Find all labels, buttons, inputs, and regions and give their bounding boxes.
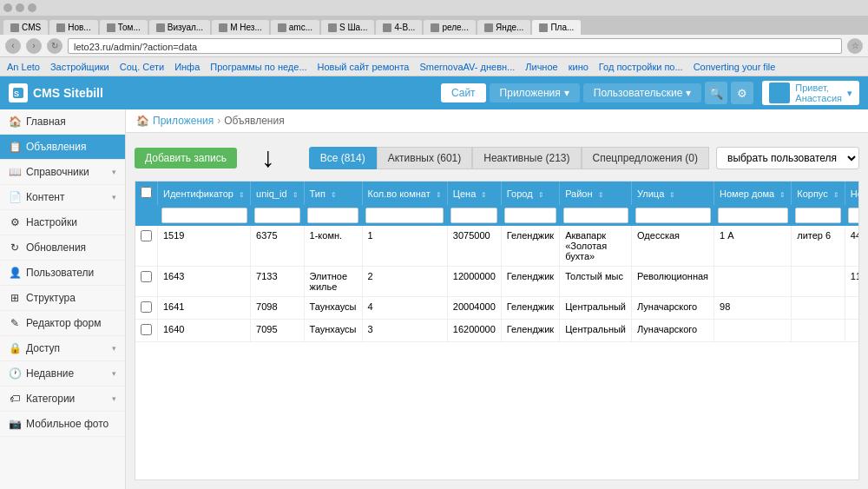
bookmark-zastrojshiki[interactable]: Застройщики: [47, 60, 113, 74]
settings-icon-btn[interactable]: ⚙: [731, 82, 753, 104]
bookmark-novyj-sajt[interactable]: Новый сайт ремонта: [314, 60, 413, 74]
row-checkbox[interactable]: [141, 324, 152, 335]
browser-tab-2[interactable]: Нов...: [49, 20, 97, 35]
col-street[interactable]: Улица ⇕: [632, 182, 714, 205]
row-checkbox[interactable]: [141, 230, 152, 241]
col-building[interactable]: Корпус ⇕: [792, 182, 845, 205]
cell-district: Центральный: [560, 297, 632, 320]
col-house-num[interactable]: Номер дома ⇕: [714, 182, 792, 205]
bookmark-info[interactable]: Инфа: [171, 60, 203, 74]
sidebar-item-content[interactable]: 📄 Контент ▾: [0, 185, 125, 210]
row-checkbox[interactable]: [141, 271, 152, 282]
users-btn-label: Пользовательские: [594, 87, 683, 99]
search-icon-btn[interactable]: 🔍: [705, 82, 727, 104]
browser-tab-5[interactable]: М Нез...: [212, 20, 269, 35]
filter-building-input[interactable]: [795, 208, 842, 223]
tab-icon: [539, 23, 548, 32]
breadcrumb-apps-link[interactable]: Приложения: [153, 115, 214, 127]
col-city[interactable]: Город ⇕: [501, 182, 559, 205]
filter-id-input[interactable]: [161, 208, 247, 223]
maximize-btn[interactable]: [16, 3, 24, 12]
address-input[interactable]: leto23.ru/admin/?action=data: [68, 38, 842, 54]
sidebar-item-access[interactable]: 🔒 Доступ ▾: [0, 336, 125, 361]
close-btn[interactable]: [28, 3, 36, 12]
cell-id: 1640: [158, 320, 251, 342]
add-record-button[interactable]: Добавить запись: [135, 148, 237, 169]
sidebar-item-references[interactable]: 📖 Справочники ▾: [0, 160, 125, 185]
bookmark-an-leto[interactable]: An Leto: [3, 60, 43, 74]
minimize-btn[interactable]: [3, 3, 12, 12]
filter-uniq-id-input[interactable]: [254, 208, 301, 223]
col-type[interactable]: Тип ⇕: [304, 182, 362, 205]
tab-special[interactable]: Спецпредложения (0): [582, 147, 710, 169]
sidebar-item-ads[interactable]: 📋 Объявления: [0, 135, 125, 160]
tab-inactive[interactable]: Неактивные (213): [472, 147, 581, 169]
col-price[interactable]: Цена ⇕: [447, 182, 501, 205]
sidebar-item-label: Структура: [26, 292, 76, 304]
row-checkbox[interactable]: [141, 301, 152, 313]
bookmark-soc-seti[interactable]: Соц. Сети: [116, 60, 168, 74]
filter-type-input[interactable]: [307, 208, 358, 223]
bookmark-converting[interactable]: Converting your file: [690, 60, 779, 74]
browser-tabs: CMS Нов... Том... Визуал... М Нез... amc…: [0, 16, 868, 35]
col-apt-num[interactable]: Номер квартиры ⇕: [845, 182, 859, 205]
filter-price-input[interactable]: [450, 208, 497, 223]
select-all-header[interactable]: [135, 182, 158, 205]
table-row: 1643 7133 Элитное жилье 2 12000000 Гелен…: [135, 267, 859, 297]
refresh-button[interactable]: ↻: [47, 38, 62, 54]
sidebar-item-settings[interactable]: ⚙ Настройки: [0, 210, 125, 235]
filter-city-input[interactable]: [504, 208, 556, 223]
filter-street-input[interactable]: [635, 208, 711, 223]
col-uniq-id[interactable]: uniq_id ⇕: [251, 182, 305, 205]
browser-tab-6[interactable]: amc...: [271, 20, 319, 35]
tab-icon: [107, 23, 115, 32]
browser-tab-11[interactable]: Пла...: [532, 20, 581, 35]
bookmark-smernovaav[interactable]: SmernovaAV- дневн...: [416, 60, 518, 74]
sidebar-item-home[interactable]: 🏠 Главная: [0, 109, 125, 135]
back-button[interactable]: ‹: [5, 38, 21, 54]
sidebar-item-mobile-photo[interactable]: 📷 Мобильное фото: [0, 412, 125, 437]
filter-house-num-input[interactable]: [718, 208, 788, 223]
sidebar-item-categories[interactable]: 🏷 Категории ▾: [0, 387, 125, 412]
apps-btn[interactable]: Приложения ▾: [490, 83, 580, 102]
cell-city: Геленджик: [501, 297, 559, 320]
sidebar-item-structure[interactable]: ⊞ Структура: [0, 286, 125, 311]
bookmark-button[interactable]: ☆: [847, 38, 863, 54]
chevron-down-icon: ▾: [112, 168, 116, 176]
browser-tab-3[interactable]: Том...: [100, 20, 148, 35]
bookmark-kino[interactable]: кино: [565, 60, 592, 74]
sidebar-item-users[interactable]: 👤 Пользователи: [0, 261, 125, 286]
tab-active[interactable]: Активных (601): [377, 147, 473, 169]
tab-icon: [10, 23, 19, 32]
user-avatar: [769, 83, 790, 103]
bookmark-programmy[interactable]: Программы по неде...: [207, 60, 310, 74]
table-container[interactable]: Идентификатор ⇕ uniq_id ⇕ Тип ⇕ Кол.во к…: [135, 181, 859, 480]
col-district[interactable]: Район ⇕: [560, 182, 632, 205]
sort-icon: ⇕: [833, 191, 839, 199]
user-select-dropdown[interactable]: выбрать пользователя: [716, 147, 859, 169]
users-btn[interactable]: Пользовательские ▾: [583, 83, 702, 102]
sidebar-item-label: Пользователи: [26, 267, 94, 279]
col-rooms[interactable]: Кол.во комнат ⇕: [362, 182, 447, 205]
sidebar-item-label: Справочники: [26, 166, 89, 178]
sidebar-item-recent[interactable]: 🕐 Недавние ▾: [0, 361, 125, 387]
site-btn[interactable]: Сайт: [441, 83, 486, 102]
browser-tab-8[interactable]: 4-В...: [376, 20, 422, 35]
filter-rooms-input[interactable]: [365, 208, 444, 223]
bookmark-god-postrojki[interactable]: Год постройки по...: [595, 60, 687, 74]
sidebar-item-updates[interactable]: ↻ Обновления: [0, 235, 125, 261]
sidebar-item-form-editor[interactable]: ✎ Редактор форм: [0, 311, 125, 336]
browser-tab-10[interactable]: Яндe...: [477, 20, 530, 35]
browser-tab-7[interactable]: S Ша...: [321, 20, 375, 35]
filter-apt-num-input[interactable]: [848, 208, 859, 223]
col-id[interactable]: Идентификатор ⇕: [158, 182, 251, 205]
browser-tab-cms[interactable]: CMS: [3, 20, 48, 35]
bookmark-lichnoe[interactable]: Личное: [522, 60, 561, 74]
filter-district-input[interactable]: [563, 208, 628, 223]
browser-tab-4[interactable]: Визуал...: [149, 20, 210, 35]
tab-all[interactable]: Все (814): [309, 147, 377, 169]
browser-tab-9[interactable]: реле...: [424, 20, 476, 35]
select-all-checkbox[interactable]: [141, 187, 152, 198]
forward-button[interactable]: ›: [26, 38, 42, 54]
cell-price: 3075000: [447, 226, 501, 267]
